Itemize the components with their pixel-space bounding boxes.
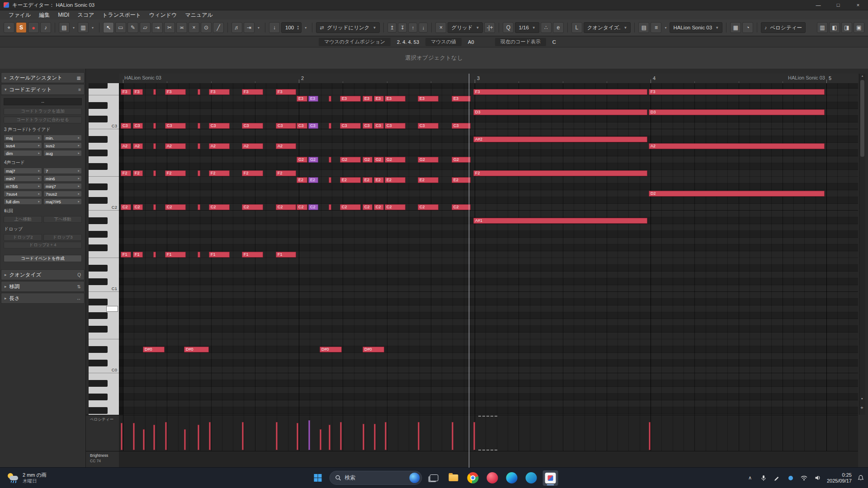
object-selection-tool[interactable]: ↖ [103, 22, 114, 33]
midi-note[interactable]: D#0 [363, 347, 384, 352]
section-chord-edit[interactable]: ▾ コードエディット ≡ [1, 84, 85, 95]
weather-widget[interactable]: 2 mm の雨 木曜日 [4, 468, 50, 488]
midi-note[interactable]: A2 [133, 143, 143, 149]
draw-tool[interactable]: ✎ [127, 22, 138, 33]
midi-note[interactable]: D#0 [184, 347, 209, 352]
start-button[interactable] [310, 470, 326, 486]
active-part-combo[interactable]: HALion Sonic 03 ▼ [670, 22, 722, 33]
chord-button[interactable]: full dim▸ [4, 198, 42, 205]
piano-keyboard[interactable]: C3C2C1C0 [89, 83, 119, 415]
midi-note[interactable]: C2 [418, 204, 439, 210]
acoustic-feedback-icon[interactable]: ♪ [40, 22, 51, 33]
autoscroll-dropdown-icon[interactable]: ▾ [256, 22, 261, 33]
pen-icon[interactable] [773, 472, 782, 484]
midi-note[interactable]: E2 [297, 177, 307, 183]
midi-note[interactable]: C3 [276, 123, 296, 129]
midi-note[interactable]: E2 [340, 177, 361, 183]
timeline-ruler[interactable]: HALion Sonic 03 HALion Sonic 03 2345 [119, 74, 858, 84]
midi-note[interactable]: F2 [121, 170, 131, 176]
midi-note[interactable]: E3 [363, 96, 373, 102]
chord-button[interactable]: m7/b5▸ [4, 183, 42, 189]
midi-note[interactable] [329, 123, 331, 129]
add-chord-track-button[interactable]: コードトラックを追加 [4, 108, 82, 115]
move-down-button[interactable]: 下へ移動 [43, 216, 82, 223]
midi-note[interactable]: C3 [242, 123, 263, 129]
midi-note[interactable]: G2 [374, 157, 384, 163]
nudge-start-left-icon[interactable]: ↥ [387, 23, 396, 33]
scroll-up-icon[interactable]: ▴ [859, 74, 865, 78]
midi-note[interactable]: G2 [340, 157, 361, 163]
move-down-icon[interactable]: ↓ [419, 23, 428, 33]
velocity-bar[interactable] [320, 429, 321, 450]
velocity-bar[interactable] [184, 429, 186, 450]
velocity-bar[interactable] [452, 422, 453, 450]
midi-note[interactable]: F1 [242, 252, 263, 258]
chord-button[interactable]: maj▸ [4, 135, 42, 141]
piano-key-black[interactable] [89, 346, 108, 353]
piano-key-black[interactable] [89, 183, 108, 190]
midi-note[interactable]: C3 [340, 123, 361, 129]
setup-toolbar-icon[interactable]: ▣ [854, 22, 864, 33]
midi-note[interactable]: G2 [308, 157, 318, 163]
part-dropdown-icon[interactable]: ▾ [663, 22, 668, 33]
close-button[interactable]: × [848, 0, 868, 10]
piano-key-black[interactable] [89, 380, 108, 387]
snap-type-icon[interactable]: -|+ [484, 22, 495, 33]
line-tool[interactable]: ╱ [213, 22, 224, 33]
crossfade-icon[interactable]: × [435, 22, 446, 33]
midi-note[interactable]: E2 [374, 177, 384, 183]
piano-key-black[interactable] [89, 116, 108, 122]
midi-note[interactable]: F2 [209, 170, 230, 176]
midi-note[interactable] [198, 252, 200, 258]
midi-note[interactable]: C2 [374, 204, 384, 210]
iterative-quantize-icon[interactable]: e [553, 22, 564, 33]
range-tool[interactable]: ▭ [115, 22, 126, 33]
midi-note[interactable]: E3 [374, 96, 384, 102]
mouse-time-position-value[interactable]: 2. 4. 4. 53 [392, 39, 425, 45]
microphone-icon[interactable] [759, 472, 768, 484]
midi-note[interactable]: C2 [209, 204, 230, 210]
midi-note[interactable]: A#2 [473, 136, 647, 142]
midi-note[interactable]: E2 [308, 177, 318, 183]
velocity-bar[interactable] [297, 423, 298, 450]
velocity-dropdown-icon[interactable]: ▾ [303, 22, 308, 33]
scrollbar-thumb[interactable] [860, 80, 864, 157]
piano-key-black[interactable] [89, 244, 108, 251]
range-handle-top[interactable] [478, 416, 497, 417]
event-colors-combo[interactable]: ♪ ベロシティー [761, 22, 806, 33]
chrome-button[interactable] [465, 470, 481, 486]
midi-note[interactable]: F1 [133, 252, 143, 258]
midi-note[interactable]: D3 [473, 109, 647, 115]
tray-overflow-chevron[interactable]: ∧ [745, 472, 755, 484]
midi-note[interactable]: C2 [121, 204, 131, 210]
midi-note[interactable]: E3 [308, 96, 318, 102]
velocity-bar[interactable] [143, 429, 145, 450]
piano-key-black[interactable] [89, 197, 108, 204]
midi-note[interactable]: E3 [452, 96, 471, 102]
pin-icon[interactable]: ⌖ [4, 22, 14, 33]
piano-key-black[interactable] [89, 360, 108, 366]
section-quantize[interactable]: ▸ クオンタイズ Q [1, 269, 85, 280]
length-quantize-l-icon[interactable]: L [571, 22, 582, 33]
velocity-bar[interactable] [649, 422, 651, 450]
velocity-bar[interactable] [121, 423, 123, 450]
media-app-button[interactable] [485, 470, 500, 486]
midi-note[interactable]: C3 [121, 123, 131, 129]
chord-button[interactable]: 7sus2▸ [43, 191, 82, 197]
lanes-dropdown-icon[interactable]: ▾ [71, 22, 76, 33]
midi-note[interactable]: G2 [452, 157, 471, 163]
midi-note[interactable]: F1 [276, 252, 296, 258]
midi-note[interactable]: G2 [418, 157, 439, 163]
browser-app-button[interactable] [524, 470, 539, 486]
velocity-bar[interactable] [153, 425, 155, 450]
velocity-bar[interactable] [198, 425, 199, 450]
time-format-icon[interactable]: ◔ [742, 22, 753, 33]
midi-note[interactable]: F1 [165, 252, 186, 258]
piano-key-black[interactable] [89, 83, 108, 89]
drop3-button[interactable]: ドロップ3 [43, 234, 82, 241]
grid-type-combo[interactable]: グリッド ▼ [448, 22, 483, 33]
midi-note[interactable]: A2 [209, 143, 230, 149]
nudge-start-right-icon[interactable]: ↧ [398, 23, 407, 33]
create-chord-event-button[interactable]: コードイベントを作成 [4, 255, 82, 262]
spin-down-icon[interactable]: ▼ [297, 28, 299, 30]
